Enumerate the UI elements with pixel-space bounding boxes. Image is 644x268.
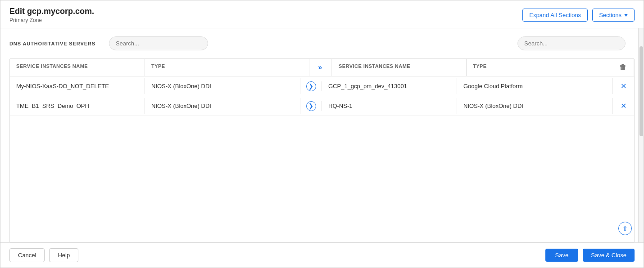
transfer-header: » [309, 59, 331, 76]
scrollbar-track [638, 28, 644, 242]
footer-right: Save Save & Close [545, 249, 635, 262]
remove-row-2-icon[interactable]: ✕ [621, 102, 626, 110]
table-row: My-NIOS-XaaS-DO_NOT_DELETE NIOS-X (BloxO… [10, 76, 634, 96]
left-row-2-name: TME_B1_SRS_Demo_OPH [10, 98, 145, 114]
right-search-input[interactable] [517, 36, 626, 50]
header: Edit gcp.mycorp.com. Primary Zone Expand… [0, 0, 644, 28]
table-row: TME_B1_SRS_Demo_OPH NIOS-X (BloxOne) DDI… [10, 96, 634, 116]
right-col-type-header: TYPE [467, 59, 612, 76]
right-row-2-type: NIOS-X (BloxOne) DDI [457, 98, 612, 114]
save-close-button[interactable]: Save & Close [583, 249, 635, 262]
circle-arrow-icon[interactable]: ❯ [306, 81, 316, 91]
dns-table: SERVICE INSTANCES NAME TYPE » SERVICE IN… [9, 58, 635, 242]
remove-row-1-icon[interactable]: ✕ [621, 82, 626, 90]
sections-label: Sections [599, 12, 621, 18]
footer: Cancel Help Save Save & Close [0, 242, 644, 268]
scroll-top-icon: ⇧ [622, 225, 628, 232]
add-row-2-button[interactable]: ❯ [300, 101, 322, 111]
table-header: SERVICE INSTANCES NAME TYPE » SERVICE IN… [10, 59, 634, 76]
page-subtitle: Primary Zone [9, 17, 94, 23]
chevron-down-icon [624, 14, 628, 17]
left-row-1-name: My-NIOS-XaaS-DO_NOT_DELETE [10, 78, 145, 94]
circle-arrow-icon[interactable]: ❯ [306, 101, 316, 111]
double-chevron-icon: » [318, 63, 322, 71]
left-row-1-type: NIOS-X (BloxOne) DDI [145, 78, 300, 94]
left-row-2-type: NIOS-X (BloxOne) DDI [145, 98, 300, 114]
expand-all-sections-button[interactable]: Expand All Sections [522, 9, 588, 22]
left-col-type-header: TYPE [145, 59, 309, 76]
main-content: DNS AUTHORITATIVE SERVERS SERVICE INSTAN… [0, 28, 644, 242]
help-button[interactable]: Help [49, 248, 78, 262]
right-panel-header: SERVICE INSTANCES NAME TYPE 🗑 [331, 59, 634, 76]
right-col-name-header: SERVICE INSTANCES NAME [331, 59, 467, 76]
footer-left: Cancel Help [9, 248, 78, 262]
page-title: Edit gcp.mycorp.com. [9, 7, 94, 16]
scroll-top-button[interactable]: ⇧ [618, 222, 632, 235]
sections-button[interactable]: Sections [592, 9, 635, 22]
right-row-1-name: GCP_1_gcp_pm_dev_413001 [322, 78, 457, 94]
remove-row-2-button[interactable]: ✕ [612, 102, 634, 110]
section-title: DNS AUTHORITATIVE SERVERS [9, 41, 95, 46]
section-area: DNS AUTHORITATIVE SERVERS SERVICE INSTAN… [0, 28, 644, 242]
cancel-button[interactable]: Cancel [9, 248, 45, 262]
left-col-name-header: SERVICE INSTANCES NAME [10, 59, 145, 76]
main-container: Edit gcp.mycorp.com. Primary Zone Expand… [0, 0, 644, 268]
table-body: My-NIOS-XaaS-DO_NOT_DELETE NIOS-X (BloxO… [10, 76, 634, 242]
right-row-1-type: Google Cloud Platform [457, 78, 612, 94]
remove-row-1-button[interactable]: ✕ [612, 82, 634, 90]
save-button[interactable]: Save [545, 249, 579, 262]
action-header: 🗑 [612, 59, 634, 76]
header-actions: Expand All Sections Sections [522, 9, 635, 22]
scrollbar-thumb[interactable] [639, 46, 643, 136]
right-row-2-name: HQ-NS-1 [322, 98, 457, 114]
header-left: Edit gcp.mycorp.com. Primary Zone [9, 7, 94, 23]
trash-icon[interactable]: 🗑 [619, 63, 626, 71]
left-panel-header: SERVICE INSTANCES NAME TYPE » [10, 59, 331, 76]
add-row-1-button[interactable]: ❯ [300, 81, 322, 91]
left-search-input[interactable] [109, 36, 208, 50]
